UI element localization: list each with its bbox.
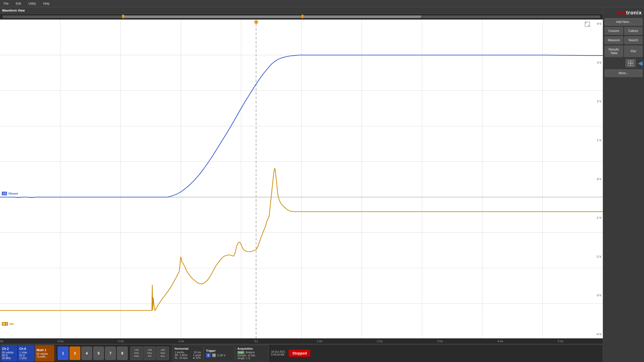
acq-analyze: Analyze [246, 351, 255, 354]
math1-info[interactable]: Math 1 50 mA/div ^[coeffil... [35, 345, 54, 361]
math1-line1: 50 mA/div [37, 352, 53, 355]
add-new-math[interactable]: AddNewMath [130, 347, 143, 360]
date-label: 18 Oct 2021 [271, 350, 285, 353]
m1-name: Idd [9, 322, 14, 325]
h-pct: ⊕ 42% [193, 357, 201, 359]
ch-btn-3[interactable]: 3 [70, 347, 80, 360]
callout-button[interactable]: Callout [624, 27, 643, 35]
horizontal-row2: SR: 1 MS/s 1 µs/pt [175, 354, 201, 357]
menu-edit[interactable]: Edit [14, 1, 23, 6]
x-label-n4ms: -4 ms [0, 340, 3, 343]
bottom-bar: Ch 2 50 mA/div 50 Ω 20 MHz Ch 6 1 V/div … [0, 344, 603, 362]
menu-help[interactable]: Help [41, 1, 51, 6]
menu-utility[interactable]: Utility [27, 1, 37, 6]
ch-btn-8[interactable]: 8 [117, 347, 128, 360]
m1-channel-label: M 1 Idd [1, 322, 14, 326]
horizontal-row3: RL: 10 kpts ⊕ 42% [175, 357, 201, 359]
grid-icon-button[interactable] [625, 59, 636, 67]
ch-btn-7[interactable]: 7 [105, 347, 116, 360]
c6-name: Vbsout [8, 192, 18, 195]
ch2-line3: 20 MHz [2, 357, 16, 360]
zoom-icon[interactable] [585, 22, 590, 27]
ch6-info[interactable]: Ch 6 1 V/div 50 Ω 1 GHz [18, 345, 35, 361]
main-layout: Waveform View [0, 7, 644, 362]
x-label-1ms: 1 ms [317, 340, 322, 343]
nav-scrollbar[interactable] [3, 15, 600, 18]
horizontal-title: Horizontal [175, 347, 201, 350]
brand-logo: Tektronix [605, 9, 642, 17]
ch6-line1: 1 V/div [19, 351, 33, 354]
h-rl: RL: 10 kpts [175, 357, 188, 359]
acq-row2: Sample: 12 bits [237, 354, 266, 357]
trigger-panel[interactable]: Trigger 6 ✕ 2.36 V [204, 345, 235, 361]
cursors-callout-row: Cursors Callout [605, 27, 642, 35]
acq-row3: Single: 1 /1 [237, 357, 266, 360]
math1-title: Math 1 [37, 348, 53, 352]
search-button[interactable]: Search [624, 36, 643, 44]
menu-file[interactable]: File [2, 1, 10, 6]
x-axis-bar: -4 ms -3 ms -2 ms -1 ms 0,s 1 ms 2 ms 3 … [0, 338, 603, 344]
menu-bar: File Edit Utility Help [0, 0, 644, 7]
waveform-titlebar: Waveform View [0, 7, 603, 14]
c6-badge: C6 [2, 192, 7, 195]
horizontal-panel[interactable]: Horizontal 1 ms/div 10 ms SR: 1 MS/s 1 µ… [172, 345, 203, 361]
h-total: 10 ms [194, 351, 201, 354]
math1-line2: ^[coeffil... [37, 355, 53, 358]
waveform-area: Waveform View [0, 7, 603, 362]
arrow-right-icon[interactable]: ◀ [638, 60, 642, 67]
channel-buttons: 1 3 4 5 7 8 [57, 345, 129, 361]
waveform-canvas[interactable]: 4 V 3 V 2 V 1 V 0 V -1 V -2 V -3 V -4 V … [0, 20, 603, 338]
ch-btn-1[interactable]: 1 [58, 347, 68, 360]
plot-button[interactable]: Plot [624, 46, 643, 57]
results-plot-row: Results Table Plot [605, 46, 642, 57]
x-label-n3ms: -3 ms [57, 340, 64, 343]
acquisition-panel[interactable]: Acquisition Auto Analyze Sample: 12 bits… [235, 345, 269, 361]
time-label: 6:49:34 AM [271, 353, 285, 356]
svg-rect-23 [631, 63, 633, 66]
horizontal-row1: 1 ms/div 10 ms [175, 351, 201, 354]
add-new-bus[interactable]: AddNewBus [157, 347, 169, 360]
measure-button[interactable]: Measure [605, 36, 623, 44]
x-label-4ms: 4 ms [497, 340, 503, 343]
cursors-button[interactable]: Cursors [605, 27, 623, 35]
separator1 [55, 346, 56, 360]
trigger-voltage: 2.36 V [217, 354, 226, 357]
x-label-5ms: 5 ms [558, 340, 563, 343]
separator2 [171, 346, 171, 360]
x-label-n1ms: -1 ms [178, 340, 184, 343]
ch2-line1: 50 mA/div [2, 351, 16, 354]
trigger-title: Trigger [206, 349, 232, 352]
ch2-info[interactable]: Ch 2 50 mA/div 50 Ω 20 MHz [1, 345, 17, 361]
waveform-title: Waveform View [2, 9, 25, 12]
right-sidebar: Tektronix Add New... Cursors Callout Mea… [603, 7, 644, 362]
waveform-svg [0, 20, 603, 338]
nav-thumb[interactable] [122, 15, 421, 18]
ch2-line2: 50 Ω [2, 354, 16, 357]
acq-row1: Auto Analyze [237, 351, 266, 354]
datetime-display: 18 Oct 2021 6:49:34 AM [269, 345, 287, 361]
acq-title: Acquisition [237, 347, 266, 350]
x-label-0s: 0,s [254, 340, 258, 343]
ch2-title: Ch 2 [2, 347, 16, 351]
nav-marker-left [122, 15, 124, 19]
stopped-button[interactable]: Stopped [289, 350, 310, 357]
h-msdiv: 1 ms/div [175, 351, 184, 354]
ch-btn-4[interactable]: 4 [81, 347, 92, 360]
ch6-line2: 50 Ω [19, 354, 33, 357]
brand-suffix: tronix [626, 10, 642, 15]
ch6-title: Ch 6 [19, 347, 33, 351]
h-sr: SR: 1 MS/s [175, 354, 188, 357]
more-button[interactable]: More... [605, 69, 642, 77]
add-new-button[interactable]: Add New... [605, 18, 642, 26]
add-buttons: AddNewMath AddNewRef AddNewBus [129, 345, 170, 361]
trigger-x-badge: ✕ [212, 353, 216, 357]
svg-rect-22 [628, 63, 630, 66]
arrow-row: ◀ [605, 58, 642, 68]
nav-bar [0, 14, 603, 20]
ch-btn-5[interactable]: 5 [93, 347, 104, 360]
results-table-button[interactable]: Results Table [605, 46, 623, 57]
trigger-ch-badge: 6 [206, 353, 211, 358]
nav-marker-right [302, 15, 304, 19]
add-new-ref[interactable]: AddNewRef [143, 347, 156, 360]
trigger-row: 6 ✕ 2.36 V [206, 353, 232, 358]
